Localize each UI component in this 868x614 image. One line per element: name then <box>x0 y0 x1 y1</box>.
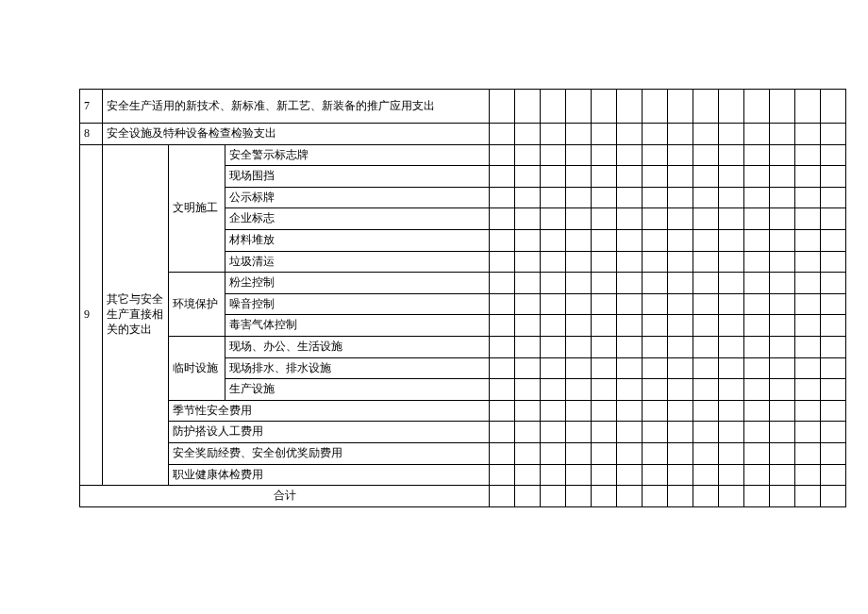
data-cell <box>592 187 617 208</box>
data-cell <box>744 422 770 443</box>
data-cell <box>795 208 821 230</box>
data-cell <box>693 144 719 166</box>
data-cell <box>668 124 693 145</box>
data-cell <box>795 464 821 486</box>
data-cell <box>566 208 592 230</box>
table-row: 8 安全设施及特种设备检查检验支出 <box>80 124 846 145</box>
data-cell <box>795 124 821 145</box>
data-cell <box>515 442 541 464</box>
data-cell <box>617 357 643 379</box>
data-cell <box>744 464 770 486</box>
data-cell <box>592 124 617 145</box>
data-cell <box>617 166 643 188</box>
row-label: 其它与安全生产直接相关的支出 <box>103 144 169 486</box>
data-cell <box>566 357 592 379</box>
data-cell <box>617 400 643 422</box>
data-cell <box>719 464 744 486</box>
data-cell <box>592 293 617 315</box>
data-cell <box>592 464 617 486</box>
data-cell <box>770 422 795 443</box>
data-cell <box>592 208 617 230</box>
data-cell <box>693 464 719 486</box>
data-cell <box>693 273 719 294</box>
table-row-total: 合计 <box>80 486 846 507</box>
data-cell <box>770 124 795 145</box>
data-cell <box>643 273 668 294</box>
data-cell <box>693 208 719 230</box>
data-cell <box>617 144 643 166</box>
data-cell <box>795 144 821 166</box>
data-cell <box>795 379 821 401</box>
data-cell <box>566 229 592 251</box>
data-cell <box>515 315 541 337</box>
table-row: 职业健康体检费用 <box>80 464 846 486</box>
data-cell <box>821 90 846 124</box>
data-cell <box>592 166 617 188</box>
data-cell <box>668 273 693 294</box>
data-cell <box>566 251 592 273</box>
table-row: 9 其它与安全生产直接相关的支出 文明施工 安全警示标志牌 <box>80 144 846 166</box>
data-cell <box>515 422 541 443</box>
data-cell <box>668 422 693 443</box>
data-cell <box>668 464 693 486</box>
data-cell <box>490 400 515 422</box>
data-cell <box>744 273 770 294</box>
data-cell <box>744 166 770 188</box>
data-cell <box>821 187 846 208</box>
data-cell <box>719 208 744 230</box>
data-cell <box>668 379 693 401</box>
row-index: 8 <box>80 124 103 145</box>
data-cell <box>821 442 846 464</box>
data-cell <box>592 229 617 251</box>
data-cell <box>795 229 821 251</box>
data-cell <box>821 486 846 507</box>
data-cell <box>490 486 515 507</box>
data-cell <box>643 336 668 357</box>
data-cell <box>643 442 668 464</box>
data-cell <box>566 464 592 486</box>
data-cell <box>821 124 846 145</box>
data-cell <box>719 229 744 251</box>
data-cell <box>541 486 566 507</box>
item: 职业健康体检费用 <box>169 464 490 486</box>
data-cell <box>515 273 541 294</box>
item: 现场围挡 <box>225 166 490 188</box>
row-index: 9 <box>80 144 103 486</box>
data-cell <box>490 336 515 357</box>
data-cell <box>668 336 693 357</box>
data-cell <box>643 422 668 443</box>
data-cell <box>515 464 541 486</box>
data-cell <box>770 379 795 401</box>
data-cell <box>770 336 795 357</box>
data-cell <box>541 124 566 145</box>
item: 现场、办公、生活设施 <box>225 336 490 357</box>
data-cell <box>541 187 566 208</box>
data-cell <box>592 379 617 401</box>
data-cell <box>744 251 770 273</box>
data-cell <box>490 124 515 145</box>
data-cell <box>795 315 821 337</box>
item: 材料堆放 <box>225 229 490 251</box>
data-cell <box>490 90 515 124</box>
data-cell <box>668 315 693 337</box>
data-cell <box>821 400 846 422</box>
data-cell <box>770 166 795 188</box>
data-cell <box>617 187 643 208</box>
data-cell <box>515 400 541 422</box>
data-cell <box>592 486 617 507</box>
data-cell <box>719 486 744 507</box>
data-cell <box>770 229 795 251</box>
data-cell <box>744 336 770 357</box>
data-cell <box>617 442 643 464</box>
data-cell <box>693 400 719 422</box>
data-cell <box>566 187 592 208</box>
data-cell <box>770 144 795 166</box>
data-cell <box>770 442 795 464</box>
data-cell <box>770 187 795 208</box>
data-cell <box>617 315 643 337</box>
total-label: 合计 <box>80 486 490 507</box>
data-cell <box>668 144 693 166</box>
data-cell <box>515 90 541 124</box>
data-cell <box>668 187 693 208</box>
data-cell <box>541 315 566 337</box>
